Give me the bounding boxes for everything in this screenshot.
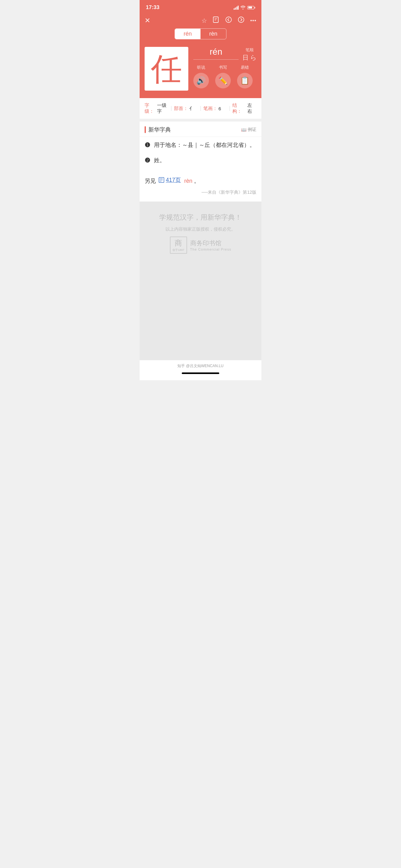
home-indicator — [182, 372, 219, 374]
example-button[interactable]: 📖 例证 — [241, 127, 257, 132]
svg-point-3 — [226, 17, 231, 23]
ad-logo-image: 商 创于1897 — [170, 237, 187, 254]
listen-label: 听说 — [197, 65, 205, 70]
signal-icon — [234, 5, 239, 10]
level-value: 一级字 — [157, 102, 168, 114]
ad-sub: 以上内容独家正版授权，侵权必究。 — [166, 226, 235, 232]
character-display: 任 — [151, 53, 182, 84]
status-bar: 17:33 — [140, 0, 261, 14]
write-button[interactable]: ✏️ — [215, 73, 231, 88]
radical-value: 亻 — [189, 105, 194, 112]
listen-action[interactable]: 听说 🔊 — [193, 65, 209, 88]
ad-logo-year: 创于1897 — [172, 248, 184, 252]
write-action[interactable]: 书写 ✏️ — [215, 65, 231, 88]
also-see-suffix: 。 — [194, 178, 200, 184]
entry-text-2: 姓。 — [154, 156, 165, 165]
ad-logo-area: 商 创于1897 商务印书馆 The Commercial Press — [170, 237, 231, 254]
meta-level: 字级： 一级字 — [144, 102, 169, 114]
dict-title-group: 新华字典 — [144, 126, 171, 133]
ad-company-en: The Commercial Press — [190, 247, 231, 251]
dict-red-bar — [144, 126, 146, 133]
listen-button[interactable]: 🔊 — [193, 73, 209, 88]
ad-section: 学规范汉字，用新华字典！ 以上内容独家正版授权，侵权必究。 商 创于1897 商… — [140, 202, 261, 266]
meta-structure: 结构： 左右 — [232, 102, 257, 114]
nav-right: ☆ ••• — [201, 16, 257, 25]
ad-logo-box: 商 创于1897 商务印书馆 The Commercial Press — [170, 237, 231, 254]
also-see-page-link[interactable]: 417页 — [166, 176, 181, 184]
level-label: 字级： — [144, 102, 156, 114]
empty-space — [140, 266, 261, 360]
ad-slogan: 学规范汉字，用新华字典！ — [159, 213, 242, 222]
dict-header: 新华字典 📖 例证 — [140, 122, 261, 137]
book-icon: 📖 — [241, 127, 246, 132]
char-actions: 听说 🔊 书写 ✏️ 易错 📋 — [193, 65, 257, 88]
meta-divider-1 — [171, 106, 171, 111]
strokes-label: 笔画： — [203, 105, 218, 112]
char-pinyin-display: rén — [193, 47, 239, 60]
page-icon — [159, 177, 165, 183]
more-button[interactable]: ••• — [250, 18, 257, 24]
battery-icon — [247, 6, 255, 9]
stroke-order-display: 日 ら — [242, 54, 257, 62]
structure-label: 结构： — [232, 102, 246, 114]
forward-button[interactable] — [238, 16, 244, 25]
status-icons — [234, 5, 256, 10]
status-time: 17:33 — [146, 4, 159, 11]
dict-entries: ❶ 用于地名：～县｜～丘（都在河北省）。 ❷ 姓。 — [140, 137, 261, 174]
wifi-icon — [240, 6, 245, 9]
dict-title: 新华字典 — [148, 126, 171, 133]
meta-row: 字级： 一级字 部首： 亻 笔画： 6 结构： 左右 — [140, 98, 261, 119]
svg-point-4 — [238, 17, 244, 23]
error-action[interactable]: 易错 📋 — [237, 65, 253, 88]
search-button[interactable] — [213, 16, 220, 25]
entry-num-2: ❷ — [144, 157, 150, 164]
pinyin-tabs: rén rèn — [140, 28, 261, 44]
also-see-pinyin: rèn — [184, 178, 192, 184]
ad-logo-char: 商 — [175, 238, 182, 248]
nav-left: ✕ — [144, 17, 150, 25]
pinyin-tab-ren2[interactable]: rén — [175, 29, 201, 39]
error-button[interactable]: 📋 — [237, 73, 253, 88]
meta-strokes: 笔画： 6 — [203, 105, 227, 112]
character-box: 任 — [144, 47, 188, 91]
back-button[interactable] — [225, 16, 232, 25]
dict-entry-1: ❶ 用于地名：～县｜～丘（都在河北省）。 — [144, 141, 257, 150]
char-info-container: rén 笔顺 日 ら 听说 🔊 书写 ✏️ 易错 📋 — [193, 47, 257, 88]
pinyin-tab-ren4[interactable]: rèn — [201, 29, 226, 39]
dict-source: ──来自《新华字典》第12版 — [140, 190, 261, 202]
example-label: 例证 — [248, 127, 257, 132]
write-label: 书写 — [219, 65, 227, 70]
error-label: 易错 — [241, 65, 249, 70]
char-header: 任 rén 笔顺 日 ら 听说 🔊 书写 ✏️ 易错 📋 — [140, 44, 261, 98]
also-see: 另见 417页 rèn 。 — [140, 174, 261, 190]
pinyin-tab-group: rén rèn — [175, 28, 226, 39]
structure-value: 左右 — [247, 102, 257, 114]
footer-label: 知乎 @吕文灿WENCAN.LU — [177, 363, 224, 369]
close-button[interactable]: ✕ — [144, 17, 150, 25]
entry-num-1: ❶ — [144, 141, 150, 149]
strokes-value: 6 — [219, 106, 221, 111]
ad-company-cn: 商务印书馆 — [190, 239, 222, 247]
dictionary-section: 新华字典 📖 例证 ❶ 用于地名：～县｜～丘（都在河北省）。 ❷ 姓。 另见 4… — [140, 122, 261, 202]
radical-label: 部首： — [174, 105, 188, 112]
also-see-prefix: 另见 — [144, 178, 156, 184]
meta-radical: 部首： 亻 — [174, 105, 198, 112]
nav-bar: ✕ ☆ ••• — [140, 14, 261, 28]
bookmark-button[interactable]: ☆ — [201, 17, 207, 24]
entry-text-1: 用于地名：～县｜～丘（都在河北省）。 — [154, 141, 255, 150]
dict-entry-2: ❷ 姓。 — [144, 156, 257, 165]
meta-divider-3 — [230, 106, 230, 111]
svg-rect-0 — [213, 17, 218, 23]
bottom-bar: 知乎 @吕文灿WENCAN.LU — [140, 360, 261, 380]
